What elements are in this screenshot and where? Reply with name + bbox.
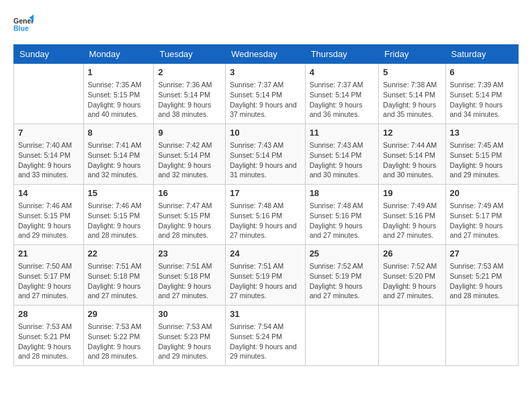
day-info: Sunrise: 7:43 AMSunset: 5:14 PMDaylight:…: [230, 140, 300, 180]
calendar-week-1: 7 Sunrise: 7:40 AMSunset: 5:14 PMDayligh…: [14, 124, 519, 185]
day-info: Sunrise: 7:46 AMSunset: 5:15 PMDaylight:…: [18, 201, 79, 240]
calendar-cell: 20 Sunrise: 7:49 AMSunset: 5:17 PMDaylig…: [445, 185, 518, 245]
day-number: 8: [88, 127, 150, 139]
day-number: 7: [18, 127, 79, 139]
day-info: Sunrise: 7:42 AMSunset: 5:14 PMDaylight:…: [158, 140, 221, 180]
day-number: 22: [88, 248, 150, 260]
day-info: Sunrise: 7:50 AMSunset: 5:17 PMDaylight:…: [18, 261, 79, 301]
day-number: 15: [88, 187, 150, 199]
day-number: 13: [450, 127, 514, 139]
calendar-cell: 2 Sunrise: 7:36 AMSunset: 5:14 PMDayligh…: [154, 64, 226, 124]
svg-text:Blue: Blue: [13, 24, 29, 32]
day-info: Sunrise: 7:44 AMSunset: 5:14 PMDaylight:…: [383, 140, 441, 180]
calendar-header-row: SundayMondayTuesdayWednesdayThursdayFrid…: [14, 45, 519, 64]
day-number: 27: [450, 248, 514, 260]
day-info: Sunrise: 7:48 AMSunset: 5:16 PMDaylight:…: [310, 201, 375, 240]
calendar-cell: 31 Sunrise: 7:54 AMSunset: 5:24 PMDaylig…: [226, 306, 305, 366]
calendar-cell: 24 Sunrise: 7:51 AMSunset: 5:19 PMDaylig…: [226, 245, 305, 306]
weekday-header-wednesday: Wednesday: [226, 45, 305, 64]
day-info: Sunrise: 7:38 AMSunset: 5:14 PMDaylight:…: [383, 80, 441, 120]
day-info: Sunrise: 7:53 AMSunset: 5:23 PMDaylight:…: [158, 322, 221, 361]
weekday-header-sunday: Sunday: [14, 45, 84, 64]
calendar-cell: 13 Sunrise: 7:45 AMSunset: 5:15 PMDaylig…: [445, 124, 518, 185]
page-header: General Blue: [13, 13, 519, 34]
calendar-cell: 21 Sunrise: 7:50 AMSunset: 5:17 PMDaylig…: [14, 245, 84, 306]
day-number: 12: [383, 127, 441, 139]
day-info: Sunrise: 7:48 AMSunset: 5:16 PMDaylight:…: [230, 201, 300, 240]
calendar-week-4: 28 Sunrise: 7:53 AMSunset: 5:21 PMDaylig…: [14, 306, 519, 366]
day-number: 19: [383, 187, 441, 199]
day-info: Sunrise: 7:46 AMSunset: 5:15 PMDaylight:…: [88, 201, 150, 240]
day-number: 4: [310, 66, 375, 79]
day-number: 1: [88, 66, 150, 79]
calendar-cell: 19 Sunrise: 7:49 AMSunset: 5:16 PMDaylig…: [379, 185, 445, 245]
calendar-cell: [305, 306, 379, 366]
calendar-cell: 23 Sunrise: 7:51 AMSunset: 5:18 PMDaylig…: [154, 245, 226, 306]
day-number: 28: [18, 308, 79, 320]
day-info: Sunrise: 7:43 AMSunset: 5:14 PMDaylight:…: [310, 140, 375, 180]
weekday-header-thursday: Thursday: [305, 45, 379, 64]
logo: General Blue: [13, 13, 38, 34]
day-number: 25: [310, 248, 375, 260]
calendar-cell: 14 Sunrise: 7:46 AMSunset: 5:15 PMDaylig…: [14, 185, 84, 245]
day-info: Sunrise: 7:51 AMSunset: 5:19 PMDaylight:…: [230, 261, 300, 301]
calendar-cell: 30 Sunrise: 7:53 AMSunset: 5:23 PMDaylig…: [154, 306, 226, 366]
day-number: 11: [310, 127, 375, 139]
day-number: 18: [310, 187, 375, 199]
day-info: Sunrise: 7:37 AMSunset: 5:14 PMDaylight:…: [230, 80, 300, 120]
calendar-cell: 28 Sunrise: 7:53 AMSunset: 5:21 PMDaylig…: [14, 306, 84, 366]
calendar-cell: 10 Sunrise: 7:43 AMSunset: 5:14 PMDaylig…: [226, 124, 305, 185]
day-info: Sunrise: 7:37 AMSunset: 5:14 PMDaylight:…: [310, 80, 375, 120]
calendar-cell: 22 Sunrise: 7:51 AMSunset: 5:18 PMDaylig…: [83, 245, 154, 306]
day-number: 6: [450, 66, 514, 79]
calendar-cell: 9 Sunrise: 7:42 AMSunset: 5:14 PMDayligh…: [154, 124, 226, 185]
day-number: 29: [88, 308, 150, 320]
calendar-week-2: 14 Sunrise: 7:46 AMSunset: 5:15 PMDaylig…: [14, 185, 519, 245]
day-number: 10: [230, 127, 300, 139]
day-number: 26: [383, 248, 441, 260]
calendar-week-3: 21 Sunrise: 7:50 AMSunset: 5:17 PMDaylig…: [14, 245, 519, 306]
calendar-cell: 11 Sunrise: 7:43 AMSunset: 5:14 PMDaylig…: [305, 124, 379, 185]
day-number: 21: [18, 248, 79, 260]
day-number: 3: [230, 66, 300, 79]
calendar-cell: 16 Sunrise: 7:47 AMSunset: 5:15 PMDaylig…: [154, 185, 226, 245]
calendar-cell: [14, 64, 84, 124]
calendar-week-0: 1 Sunrise: 7:35 AMSunset: 5:15 PMDayligh…: [14, 64, 519, 124]
day-info: Sunrise: 7:41 AMSunset: 5:14 PMDaylight:…: [88, 140, 150, 180]
day-number: 5: [383, 66, 441, 79]
day-info: Sunrise: 7:49 AMSunset: 5:17 PMDaylight:…: [450, 201, 514, 240]
day-info: Sunrise: 7:51 AMSunset: 5:18 PMDaylight:…: [158, 261, 221, 301]
day-info: Sunrise: 7:53 AMSunset: 5:21 PMDaylight:…: [18, 322, 79, 361]
calendar-cell: 29 Sunrise: 7:53 AMSunset: 5:22 PMDaylig…: [83, 306, 154, 366]
calendar-cell: 5 Sunrise: 7:38 AMSunset: 5:14 PMDayligh…: [379, 64, 445, 124]
calendar-cell: 6 Sunrise: 7:39 AMSunset: 5:14 PMDayligh…: [445, 64, 518, 124]
calendar-cell: 3 Sunrise: 7:37 AMSunset: 5:14 PMDayligh…: [226, 64, 305, 124]
weekday-header-tuesday: Tuesday: [154, 45, 226, 64]
day-info: Sunrise: 7:53 AMSunset: 5:22 PMDaylight:…: [88, 322, 150, 361]
day-info: Sunrise: 7:40 AMSunset: 5:14 PMDaylight:…: [18, 140, 79, 180]
calendar-cell: 12 Sunrise: 7:44 AMSunset: 5:14 PMDaylig…: [379, 124, 445, 185]
day-info: Sunrise: 7:52 AMSunset: 5:19 PMDaylight:…: [310, 261, 375, 301]
calendar-cell: 1 Sunrise: 7:35 AMSunset: 5:15 PMDayligh…: [83, 64, 154, 124]
calendar-cell: 4 Sunrise: 7:37 AMSunset: 5:14 PMDayligh…: [305, 64, 379, 124]
calendar-cell: 17 Sunrise: 7:48 AMSunset: 5:16 PMDaylig…: [226, 185, 305, 245]
day-number: 30: [158, 308, 221, 320]
calendar-cell: [379, 306, 445, 366]
day-info: Sunrise: 7:36 AMSunset: 5:14 PMDaylight:…: [158, 80, 221, 120]
calendar-cell: 8 Sunrise: 7:41 AMSunset: 5:14 PMDayligh…: [83, 124, 154, 185]
day-info: Sunrise: 7:51 AMSunset: 5:18 PMDaylight:…: [88, 261, 150, 301]
day-number: 14: [18, 187, 79, 199]
day-number: 16: [158, 187, 221, 199]
day-info: Sunrise: 7:54 AMSunset: 5:24 PMDaylight:…: [230, 322, 300, 361]
weekday-header-monday: Monday: [83, 45, 154, 64]
calendar-table: SundayMondayTuesdayWednesdayThursdayFrid…: [13, 44, 519, 366]
weekday-header-friday: Friday: [379, 45, 445, 64]
day-info: Sunrise: 7:35 AMSunset: 5:15 PMDaylight:…: [88, 80, 150, 120]
calendar-cell: 25 Sunrise: 7:52 AMSunset: 5:19 PMDaylig…: [305, 245, 379, 306]
day-info: Sunrise: 7:52 AMSunset: 5:20 PMDaylight:…: [383, 261, 441, 301]
calendar-cell: [445, 306, 518, 366]
calendar-cell: 7 Sunrise: 7:40 AMSunset: 5:14 PMDayligh…: [14, 124, 84, 185]
calendar-cell: 15 Sunrise: 7:46 AMSunset: 5:15 PMDaylig…: [83, 185, 154, 245]
day-number: 31: [230, 308, 300, 320]
day-number: 24: [230, 248, 300, 260]
